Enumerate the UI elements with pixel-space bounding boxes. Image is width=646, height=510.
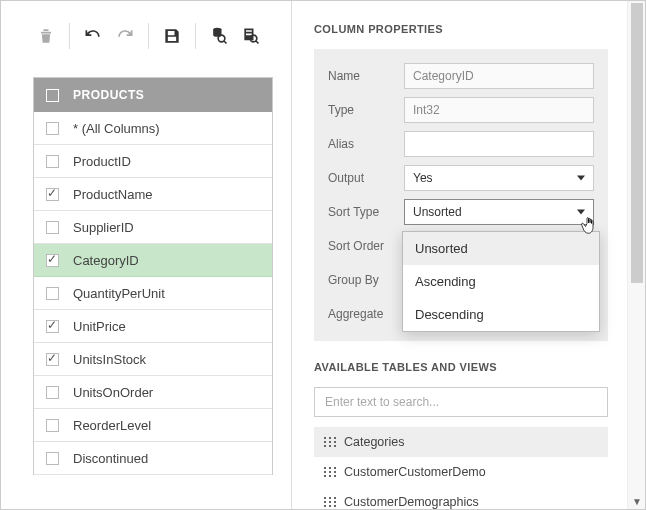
- table-label: Categories: [344, 435, 404, 449]
- column-checkbox[interactable]: [46, 122, 59, 135]
- columns-header-label: PRODUCTS: [73, 88, 144, 102]
- prop-output-value: Yes: [413, 171, 433, 185]
- column-checkbox[interactable]: [46, 155, 59, 168]
- table-icon: [324, 497, 336, 507]
- column-checkbox[interactable]: [46, 452, 59, 465]
- column-label: ProductID: [73, 154, 131, 169]
- separator: [69, 23, 70, 49]
- separator: [195, 23, 196, 49]
- column-label: ReorderLevel: [73, 418, 151, 433]
- prop-name-value: CategoryID: [404, 63, 594, 89]
- prop-output-select[interactable]: Yes: [404, 165, 594, 191]
- table-item[interactable]: CustomerCustomerDemo: [314, 457, 608, 487]
- sort-type-dropdown: UnsortedAscendingDescending: [402, 231, 600, 332]
- column-row[interactable]: ProductID: [34, 145, 272, 178]
- prop-sort-type-label: Sort Type: [328, 205, 404, 219]
- column-label: UnitsInStock: [73, 352, 146, 367]
- column-label: SupplierID: [73, 220, 134, 235]
- column-row[interactable]: ProductName: [34, 178, 272, 211]
- save-button[interactable]: [159, 23, 185, 49]
- column-checkbox[interactable]: [46, 419, 59, 432]
- table-icon: [324, 437, 336, 447]
- column-checkbox[interactable]: [46, 320, 59, 333]
- scrollbar-thumb[interactable]: [631, 3, 643, 283]
- column-label: UnitPrice: [73, 319, 126, 334]
- column-checkbox[interactable]: [46, 221, 59, 234]
- column-checkbox[interactable]: [46, 386, 59, 399]
- prop-aggregate-label: Aggregate: [328, 307, 404, 321]
- column-row[interactable]: UnitsOnOrder: [34, 376, 272, 409]
- column-checkbox[interactable]: [46, 188, 59, 201]
- prop-group-by-label: Group By: [328, 273, 404, 287]
- prop-sort-type-select[interactable]: Unsorted: [404, 199, 594, 225]
- column-row[interactable]: UnitPrice: [34, 310, 272, 343]
- prop-type-label: Type: [328, 103, 404, 117]
- column-row[interactable]: UnitsInStock: [34, 343, 272, 376]
- prop-output-label: Output: [328, 171, 404, 185]
- prop-type-value: Int32: [404, 97, 594, 123]
- column-checkbox[interactable]: [46, 287, 59, 300]
- prop-sort-order-label: Sort Order: [328, 239, 404, 253]
- column-row[interactable]: * (All Columns): [34, 112, 272, 145]
- table-icon: [324, 467, 336, 477]
- column-label: CategoryID: [73, 253, 139, 268]
- columns-table: PRODUCTS * (All Columns)ProductIDProduct…: [33, 77, 273, 475]
- column-checkbox[interactable]: [46, 254, 59, 267]
- column-label: Discontinued: [73, 451, 148, 466]
- prop-alias-label: Alias: [328, 137, 404, 151]
- column-checkbox[interactable]: [46, 353, 59, 366]
- table-label: CustomerCustomerDemo: [344, 465, 486, 479]
- table-item[interactable]: Categories: [314, 427, 608, 457]
- undo-button[interactable]: [80, 23, 106, 49]
- select-all-checkbox[interactable]: [46, 89, 59, 102]
- column-row[interactable]: ReorderLevel: [34, 409, 272, 442]
- column-row[interactable]: Discontinued: [34, 442, 272, 475]
- column-label: * (All Columns): [73, 121, 160, 136]
- svg-point-0: [218, 35, 225, 42]
- prop-name-label: Name: [328, 69, 404, 83]
- sort-type-option[interactable]: Descending: [403, 298, 599, 331]
- available-tables-title: AVAILABLE TABLES AND VIEWS: [314, 361, 608, 373]
- table-label: CustomerDemographics: [344, 495, 479, 509]
- sort-type-option[interactable]: Unsorted: [403, 232, 599, 265]
- column-row[interactable]: QuantityPerUnit: [34, 277, 272, 310]
- sort-type-option[interactable]: Ascending: [403, 265, 599, 298]
- chevron-down-icon: [577, 210, 585, 215]
- results-preview-button[interactable]: [238, 23, 264, 49]
- column-row[interactable]: SupplierID: [34, 211, 272, 244]
- prop-sort-type-value: Unsorted: [413, 205, 462, 219]
- prop-alias-input[interactable]: [404, 131, 594, 157]
- search-placeholder: Enter text to search...: [325, 395, 439, 409]
- chevron-down-icon: [577, 176, 585, 181]
- column-properties-title: COLUMN PROPERTIES: [314, 23, 608, 35]
- columns-header[interactable]: PRODUCTS: [34, 78, 272, 112]
- column-label: QuantityPerUnit: [73, 286, 165, 301]
- vertical-scrollbar[interactable]: ▼: [627, 1, 645, 509]
- table-item[interactable]: CustomerDemographics: [314, 487, 608, 509]
- column-label: UnitsOnOrder: [73, 385, 153, 400]
- redo-button[interactable]: [112, 23, 138, 49]
- tables-search-input[interactable]: Enter text to search...: [314, 387, 608, 417]
- column-label: ProductName: [73, 187, 152, 202]
- separator: [148, 23, 149, 49]
- column-row[interactable]: CategoryID: [34, 244, 272, 277]
- delete-button[interactable]: [33, 23, 59, 49]
- data-preview-button[interactable]: [206, 23, 232, 49]
- toolbar: [33, 19, 273, 53]
- scroll-down-arrow[interactable]: ▼: [628, 493, 646, 509]
